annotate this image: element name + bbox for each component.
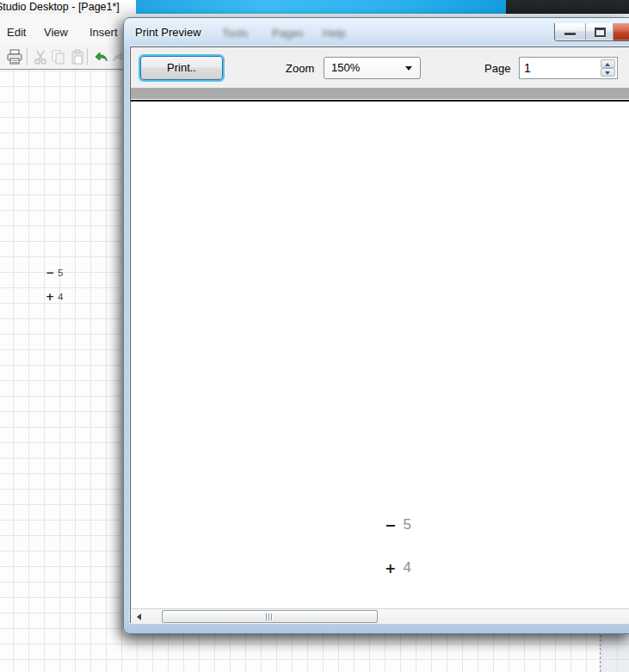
copy-icon[interactable] bbox=[50, 49, 67, 65]
aero-glass-desktop bbox=[136, 0, 506, 14]
screen: Studio Desktop - [Page1*] Edit View Inse… bbox=[0, 0, 629, 672]
page-number-stepper bbox=[519, 57, 618, 79]
minimize-icon bbox=[564, 33, 576, 35]
cut-icon[interactable] bbox=[32, 49, 49, 65]
preview-annotation: + 4 bbox=[385, 559, 411, 576]
page-label: Page bbox=[484, 62, 510, 75]
minimize-button[interactable] bbox=[555, 23, 585, 40]
annotation-value: 4 bbox=[58, 292, 63, 302]
annotation-value: 5 bbox=[403, 516, 410, 533]
close-button[interactable] bbox=[613, 23, 629, 40]
ghost-menu-help: Help bbox=[323, 27, 346, 40]
plus-sign: + bbox=[385, 560, 396, 576]
app-titlebar-left: Studio Desktop - [Page1*] bbox=[0, 0, 138, 14]
menu-insert[interactable]: Insert bbox=[89, 26, 118, 39]
canvas-annotation: + 4 bbox=[46, 291, 63, 303]
scrollbar-grip-icon bbox=[266, 613, 274, 620]
horizontal-scrollbar[interactable] bbox=[131, 608, 629, 624]
print-button[interactable]: Print.. bbox=[140, 56, 223, 80]
maximize-icon bbox=[595, 28, 606, 37]
spin-up-button[interactable] bbox=[601, 59, 615, 68]
page-top-edge bbox=[131, 100, 629, 102]
preview-background-strip bbox=[131, 89, 629, 99]
app-titlebar: Studio Desktop - [Page1*] bbox=[0, 0, 629, 14]
spin-down-button[interactable] bbox=[601, 68, 615, 77]
canvas-annotation: − 5 bbox=[46, 267, 63, 279]
arrow-left-icon bbox=[137, 613, 141, 620]
ghost-menu-tools: Tools bbox=[222, 27, 248, 40]
chevron-down-icon bbox=[405, 66, 412, 71]
ghost-menu-pages: Pages bbox=[272, 27, 304, 40]
zoom-label: Zoom bbox=[286, 62, 314, 75]
arrow-down-icon bbox=[605, 71, 610, 75]
annotation-value: 4 bbox=[403, 559, 410, 576]
maximize-button[interactable] bbox=[585, 23, 613, 40]
dialog-titlebar[interactable]: Print Preview Tools Pages Help bbox=[124, 18, 629, 46]
undo-icon[interactable] bbox=[92, 49, 109, 65]
app-titlebar-dark-region bbox=[506, 0, 629, 14]
zoom-select[interactable]: 150% bbox=[324, 57, 421, 79]
preview-pane: − 5 + 4 bbox=[131, 88, 629, 624]
window-controls bbox=[554, 23, 629, 41]
preview-annotation: − 5 bbox=[385, 516, 411, 533]
scroll-left-button[interactable] bbox=[132, 610, 147, 624]
scrollbar-thumb[interactable] bbox=[162, 610, 378, 623]
dialog-toolbar: Print.. Zoom 150% Page bbox=[131, 47, 629, 88]
app-window-title: Studio Desktop - [Page1*] bbox=[0, 1, 120, 13]
zoom-selected-value: 150% bbox=[331, 61, 360, 74]
minus-sign: − bbox=[46, 267, 54, 279]
dialog-client-area: Print.. Zoom 150% Page bbox=[130, 46, 629, 623]
page-number-input[interactable] bbox=[524, 60, 598, 76]
minus-sign: − bbox=[385, 517, 396, 533]
paste-icon[interactable] bbox=[69, 49, 86, 65]
menu-edit[interactable]: Edit bbox=[7, 26, 26, 39]
arrow-up-icon bbox=[605, 63, 610, 66]
toolbar-separator bbox=[27, 48, 28, 65]
dialog-title: Print Preview bbox=[135, 26, 201, 39]
print-preview-dialog: Print Preview Tools Pages Help Print.. Z… bbox=[123, 17, 629, 634]
menu-view[interactable]: View bbox=[44, 26, 68, 39]
annotation-value: 5 bbox=[58, 268, 63, 278]
toolbar-separator bbox=[87, 48, 88, 65]
plus-sign: + bbox=[46, 291, 54, 303]
printer-icon[interactable] bbox=[6, 49, 23, 65]
